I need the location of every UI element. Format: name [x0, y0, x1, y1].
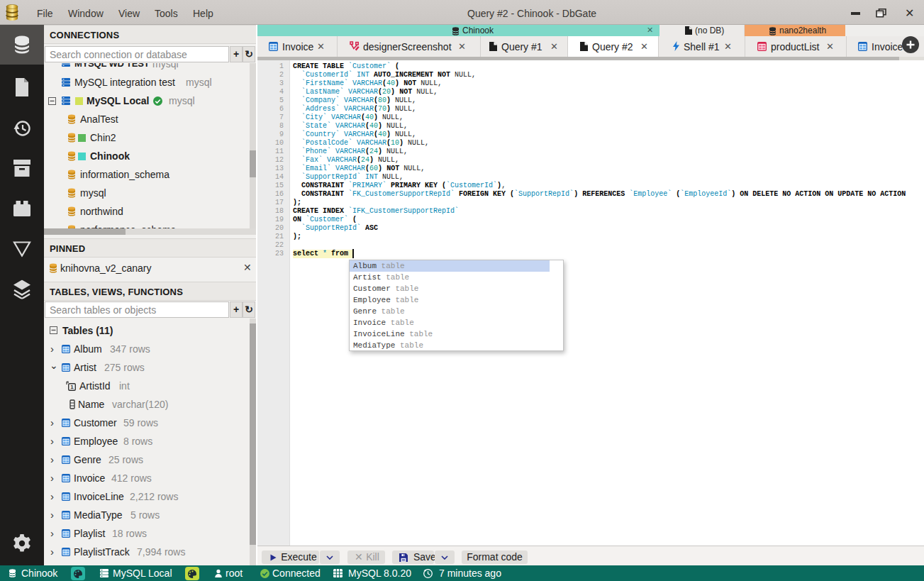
- svg-text:1: 1: [70, 384, 74, 390]
